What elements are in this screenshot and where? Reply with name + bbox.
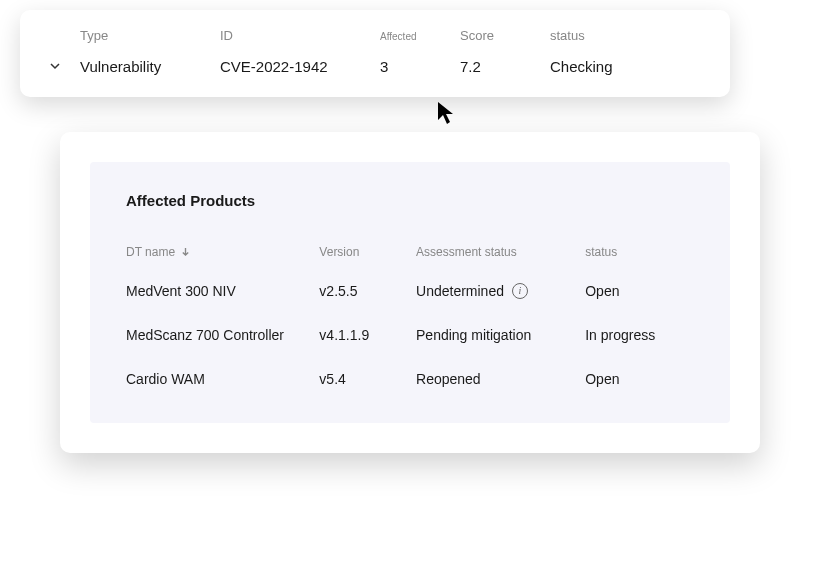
cell-version: v5.4 <box>319 371 416 387</box>
cell-type: Vulnerability <box>80 58 220 75</box>
col-header-assessment-status[interactable]: Assessment status <box>416 245 585 259</box>
cell-assessment-status: Reopened <box>416 371 585 387</box>
col-header-version[interactable]: Version <box>319 245 416 259</box>
info-icon[interactable]: i <box>512 283 528 299</box>
cell-version: v2.5.5 <box>319 283 416 299</box>
sort-arrow-down-icon <box>181 245 190 259</box>
affected-products-card: Affected Products DT name Version Assess… <box>60 132 760 453</box>
col-header-affected: Affected <box>380 31 460 42</box>
col-header-dt-name-label: DT name <box>126 245 175 259</box>
cell-status: Checking <box>550 58 700 75</box>
cell-assessment-status: Pending mitigation <box>416 327 585 343</box>
affected-products-panel: Affected Products DT name Version Assess… <box>90 162 730 423</box>
cell-status: Open <box>585 371 694 387</box>
summary-data-row[interactable]: Vulnerability CVE-2022-1942 3 7.2 Checki… <box>50 57 700 75</box>
cell-status: In progress <box>585 327 694 343</box>
table-row[interactable]: MedScanz 700 Controllerv4.1.1.9Pending m… <box>126 327 694 343</box>
vulnerability-summary-card: Type ID Affected Score status Vulnerabil… <box>20 10 730 97</box>
cell-status: Open <box>585 283 694 299</box>
col-header-status: status <box>550 28 700 43</box>
cell-affected: 3 <box>380 58 460 75</box>
cell-id: CVE-2022-1942 <box>220 58 380 75</box>
table-row[interactable]: MedVent 300 NIVv2.5.5UndeterminediOpen <box>126 283 694 299</box>
cell-dt-name: MedScanz 700 Controller <box>126 327 319 343</box>
cell-assessment-status: Undeterminedi <box>416 283 585 299</box>
panel-title: Affected Products <box>126 192 694 209</box>
summary-header-row: Type ID Affected Score status <box>50 28 700 43</box>
col-header-dt-name[interactable]: DT name <box>126 245 319 259</box>
detail-header-row: DT name Version Assessment status status <box>126 245 694 259</box>
cell-version: v4.1.1.9 <box>319 327 416 343</box>
col-header-score: Score <box>460 28 550 43</box>
cursor-pointer-icon <box>436 100 456 130</box>
table-row[interactable]: Cardio WAMv5.4ReopenedOpen <box>126 371 694 387</box>
cell-dt-name: Cardio WAM <box>126 371 319 387</box>
col-header-type: Type <box>80 28 220 43</box>
cell-score: 7.2 <box>460 58 550 75</box>
col-header-status[interactable]: status <box>585 245 694 259</box>
chevron-down-icon[interactable] <box>50 57 80 75</box>
col-header-id: ID <box>220 28 380 43</box>
cell-dt-name: MedVent 300 NIV <box>126 283 319 299</box>
